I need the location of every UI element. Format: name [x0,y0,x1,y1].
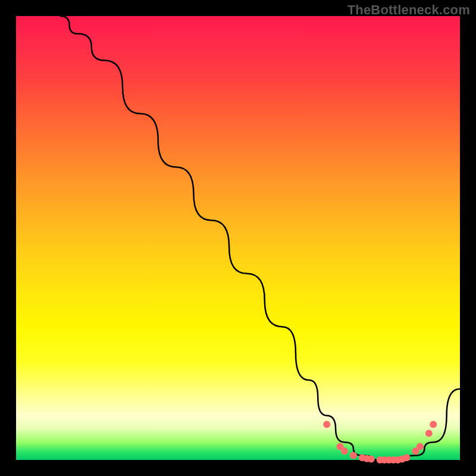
bottleneck-curve-svg [16,16,460,460]
bottleneck-curve-line [61,16,460,460]
chart-frame: TheBottleneck.com [0,0,476,476]
curve-marker [430,421,437,428]
curve-marker [350,452,357,459]
curve-marker [323,421,330,428]
curve-marker [368,456,375,463]
curve-marker [341,447,348,455]
curve-marker [425,430,433,437]
plot-area [16,16,460,460]
curve-markers [323,421,437,464]
curve-marker [403,454,410,461]
curve-marker [416,443,424,450]
